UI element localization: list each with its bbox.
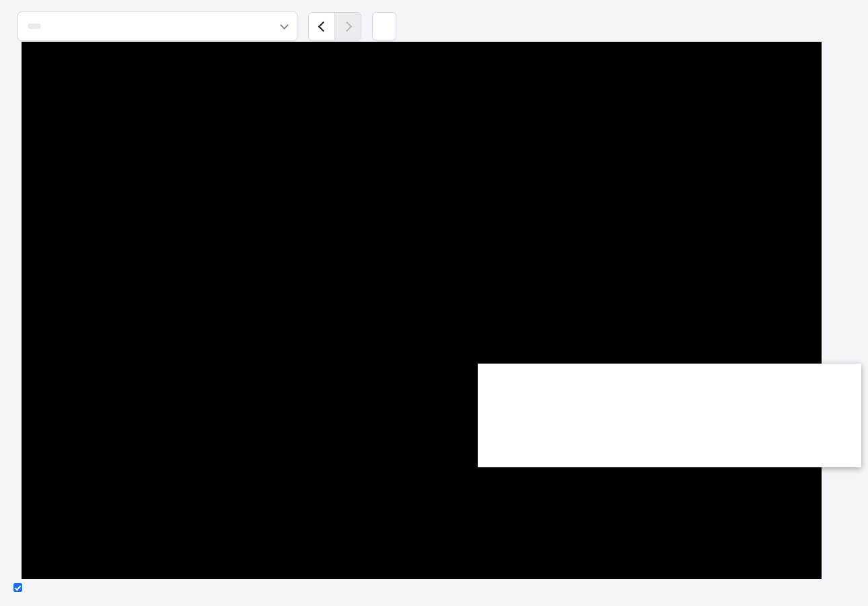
checkbox-checked-icon[interactable] <box>13 583 22 592</box>
chevron-left-icon <box>318 21 328 32</box>
key-visualizer-canvas[interactable] <box>22 42 822 579</box>
time-range-select[interactable] <box>17 11 297 41</box>
show-span-boundaries-toggle[interactable] <box>13 583 24 592</box>
time-axis <box>22 553 822 579</box>
next-time-button[interactable] <box>335 13 361 40</box>
chevron-down-icon <box>280 21 289 30</box>
heatmap-rows[interactable] <box>22 42 822 553</box>
time-pager <box>308 12 361 40</box>
previous-time-button[interactable] <box>309 13 335 40</box>
toolbar <box>17 11 396 41</box>
time-range-badge <box>28 24 41 29</box>
chevron-right-icon <box>341 21 352 32</box>
now-button[interactable] <box>372 12 396 40</box>
span-tooltip <box>478 364 861 467</box>
